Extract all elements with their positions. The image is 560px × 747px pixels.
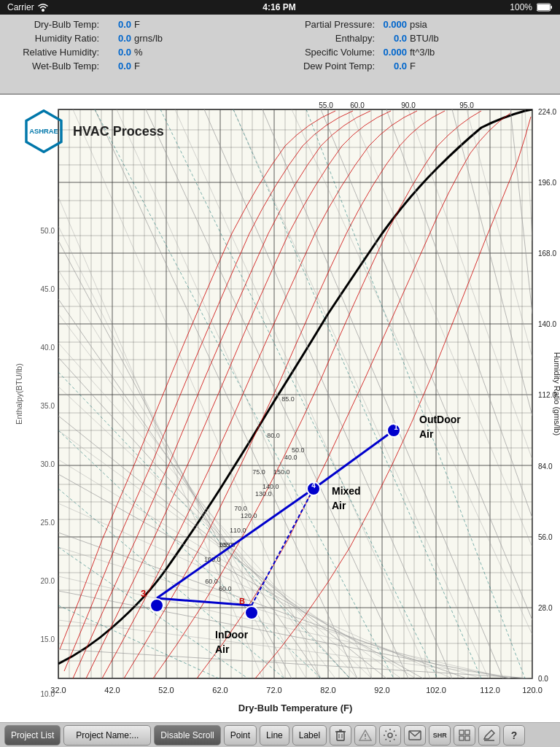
svg-text:72.0: 72.0 xyxy=(266,686,281,694)
svg-text:4: 4 xyxy=(311,481,316,489)
svg-text:95.0: 95.0 xyxy=(459,101,474,109)
svg-text:B: B xyxy=(239,597,245,605)
svg-point-197 xyxy=(150,599,163,612)
info-panel: Dry-Bulb Temp: 0.0 F Humidity Ratio: 0.0… xyxy=(0,15,560,95)
svg-rect-215 xyxy=(465,736,470,740)
trash-icon xyxy=(335,729,346,742)
pencil-button[interactable] xyxy=(478,725,500,746)
chart-title: HVAC Process xyxy=(73,124,164,139)
svg-text:110.0: 110.0 xyxy=(230,527,246,534)
svg-text:ASHRAE: ASHRAE xyxy=(29,127,58,135)
svg-text:40.0: 40.0 xyxy=(41,344,55,352)
svg-text:82.0: 82.0 xyxy=(320,686,335,694)
svg-rect-213 xyxy=(465,730,470,735)
svg-text:224.0: 224.0 xyxy=(538,108,556,116)
svg-text:80.0: 80.0 xyxy=(267,432,280,439)
svg-text:60.0: 60.0 xyxy=(350,101,365,109)
svg-text:Air: Air xyxy=(419,428,434,440)
svg-text:25.0: 25.0 xyxy=(41,519,55,527)
svg-text:0.0: 0.0 xyxy=(538,675,548,683)
svg-text:Dry-Bulb Temperature (F): Dry-Bulb Temperature (F) xyxy=(238,703,353,713)
svg-rect-214 xyxy=(459,736,464,740)
svg-rect-2 xyxy=(551,6,552,9)
grid-button[interactable] xyxy=(454,725,475,746)
warning-icon xyxy=(359,729,372,741)
svg-text:84.0: 84.0 xyxy=(538,462,553,471)
svg-text:140.0: 140.0 xyxy=(262,483,279,490)
svg-point-199 xyxy=(245,606,258,619)
svg-text:112.0: 112.0 xyxy=(480,686,500,694)
point-button[interactable]: Point xyxy=(224,725,257,746)
svg-text:130.0: 130.0 xyxy=(255,490,272,498)
svg-text:3: 3 xyxy=(141,588,146,599)
svg-text:50.0: 50.0 xyxy=(292,446,305,454)
partial-pressure-row: Partial Pressure: 0.000 psia xyxy=(280,19,548,30)
svg-text:52.0: 52.0 xyxy=(158,686,174,694)
svg-point-209 xyxy=(365,738,366,739)
settings-button[interactable] xyxy=(379,725,401,746)
pencil-icon xyxy=(483,729,496,742)
svg-text:60.0: 60.0 xyxy=(219,585,232,592)
wet-bulb-row: Wet-Bulb Temp: 0.0 F xyxy=(12,61,280,71)
svg-rect-8 xyxy=(58,109,532,678)
label-button[interactable]: Label xyxy=(292,725,327,746)
grid-icon xyxy=(459,729,470,741)
gear-icon xyxy=(384,729,397,742)
dew-point-row: Dew Point Temp: 0.0 F xyxy=(280,61,548,71)
svg-text:60.0: 60.0 xyxy=(205,578,218,585)
svg-text:42.0: 42.0 xyxy=(104,686,120,694)
svg-text:15.0: 15.0 xyxy=(41,635,55,643)
svg-text:35.0: 35.0 xyxy=(41,402,55,410)
svg-point-210 xyxy=(388,733,392,738)
logo-area: ASHRAE HVAC Process xyxy=(22,109,164,153)
svg-text:1: 1 xyxy=(394,423,398,431)
psychrometric-chart[interactable]: ASHRAE HVAC Process xyxy=(0,95,560,722)
svg-text:196.0: 196.0 xyxy=(538,179,556,187)
project-name-field[interactable]: Project Name:... xyxy=(63,725,151,746)
line-button[interactable]: Line xyxy=(260,725,289,746)
svg-text:OutDoor: OutDoor xyxy=(419,414,461,425)
svg-text:Air: Air xyxy=(215,643,230,655)
svg-text:92.0: 92.0 xyxy=(374,686,389,694)
mail-icon xyxy=(408,730,421,740)
svg-text:102.0: 102.0 xyxy=(426,686,446,694)
svg-text:45.0: 45.0 xyxy=(41,285,55,293)
humidity-ratio-row: Humidity Ratio: 0.0 grns/lb xyxy=(12,33,280,44)
battery-area: 100% xyxy=(510,2,553,12)
svg-text:40.0: 40.0 xyxy=(284,454,298,461)
svg-text:120.0: 120.0 xyxy=(522,686,542,694)
svg-text:InDoor: InDoor xyxy=(215,629,249,640)
svg-text:20.0: 20.0 xyxy=(41,577,55,585)
specific-volume-row: Specific Volume: 0.000 ft^3/lb xyxy=(280,47,548,58)
dry-bulb-row: Dry-Bulb Temp: 0.0 F xyxy=(12,19,280,30)
svg-text:28.0: 28.0 xyxy=(538,604,553,612)
svg-text:50.0: 50.0 xyxy=(41,227,55,235)
svg-text:Mixed: Mixed xyxy=(332,485,361,497)
warning-button[interactable] xyxy=(354,725,376,746)
status-bar: Carrier 4:16 PM 100% xyxy=(0,0,560,15)
svg-text:85.0: 85.0 xyxy=(281,395,295,403)
chart-svg: 32.0 42.0 52.0 62.0 72.0 82.0 92.0 102.0… xyxy=(0,95,560,722)
trash-button[interactable] xyxy=(330,725,351,746)
disable-scroll-button[interactable]: Disable Scroll xyxy=(154,725,220,746)
svg-text:10.0: 10.0 xyxy=(41,690,55,698)
svg-point-0 xyxy=(42,9,44,12)
toolbar: Project List Project Name:... Disable Sc… xyxy=(0,722,560,747)
svg-text:70.0: 70.0 xyxy=(234,505,247,512)
mail-button[interactable] xyxy=(404,725,426,746)
carrier-status: Carrier xyxy=(7,2,49,12)
svg-text:30.0: 30.0 xyxy=(41,460,55,468)
help-button[interactable]: ? xyxy=(503,725,525,746)
svg-text:168.0: 168.0 xyxy=(538,249,556,258)
svg-text:120.0: 120.0 xyxy=(241,512,257,519)
svg-text:Enthalpy(BTU/lb): Enthalpy(BTU/lb) xyxy=(15,363,23,425)
svg-text:75.0: 75.0 xyxy=(252,468,265,476)
svg-text:150.0: 150.0 xyxy=(273,468,290,476)
shr-button[interactable]: SHR xyxy=(429,725,451,746)
project-list-button[interactable]: Project List xyxy=(4,725,61,746)
svg-text:55.0: 55.0 xyxy=(319,101,333,109)
enthalpy-row: Enthalpy: 0.0 BTU/lb xyxy=(280,33,548,44)
svg-rect-212 xyxy=(459,730,464,735)
svg-text:90.0: 90.0 xyxy=(401,101,416,109)
svg-text:Air: Air xyxy=(332,500,346,511)
